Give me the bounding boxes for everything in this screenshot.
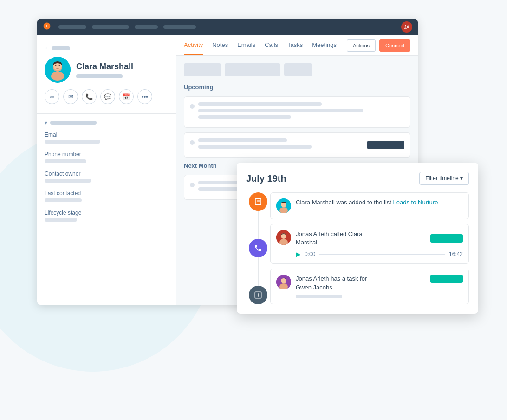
card-bar	[198, 109, 363, 112]
property-phone: Phone number	[45, 151, 169, 163]
card-dot	[190, 183, 195, 187]
contact-name-block: Clara Marshall	[76, 62, 133, 78]
card-bar	[198, 115, 291, 119]
lifecycle-label: Lifecycle stage	[45, 210, 169, 216]
property-last-contacted: Last contacted	[45, 190, 169, 202]
call-button[interactable]: 📞	[82, 89, 97, 104]
task-text: Jonas Arleth has a task forGwen Jacobs	[296, 275, 367, 291]
card-dot	[190, 140, 195, 145]
call-badge	[430, 234, 463, 243]
last-contacted-value[interactable]	[45, 198, 82, 202]
audio-player: ▶ 0:00 16:42	[296, 250, 463, 258]
tab-meetings[interactable]: Meetings	[312, 36, 337, 55]
tab-activity[interactable]: Activity	[184, 36, 203, 55]
entry-avatar-clara	[276, 198, 291, 213]
email-button[interactable]: ✉	[63, 89, 78, 104]
card-bar	[198, 102, 322, 106]
email-value[interactable]	[45, 140, 100, 144]
filter-bar-3[interactable]	[284, 63, 312, 76]
timeline-entry-task: Jonas Arleth has a task forGwen Jacobs	[270, 269, 469, 304]
filter-bar-1[interactable]	[184, 63, 221, 76]
nav-logo	[43, 22, 51, 32]
chat-button[interactable]: 💬	[100, 89, 115, 104]
property-owner: Contact owner	[45, 171, 169, 183]
timeline-entries: Clara Marshall was added to the list Lea…	[246, 192, 469, 304]
property-lifecycle: Lifecycle stage	[45, 210, 169, 222]
timeline-card: July 19th Filter timeline ▾	[237, 163, 478, 314]
last-contacted-label: Last contacted	[45, 190, 169, 197]
owner-label: Contact owner	[45, 171, 169, 177]
activity-card-2	[184, 132, 410, 158]
contact-subtitle	[76, 74, 123, 78]
connect-button[interactable]: Connect	[379, 39, 410, 52]
timeline-entry-call: Jonas Arleth called ClaraMarshall ▶ 0:00…	[270, 224, 469, 264]
nav-item[interactable]	[135, 25, 158, 29]
entry-text-list: Clara Marshall was added to the list Lea…	[296, 198, 438, 207]
entry-avatar-jonas	[276, 230, 291, 245]
phone-label: Phone number	[45, 151, 169, 158]
calendar-button[interactable]: 📅	[119, 89, 134, 104]
nav-items	[58, 25, 394, 29]
left-panel: ←	[37, 35, 176, 305]
entry-content-task: Jonas Arleth has a task forGwen Jacobs	[276, 275, 463, 298]
entry-content-call: Jonas Arleth called ClaraMarshall ▶ 0:00…	[276, 230, 463, 258]
audio-start-time: 0:00	[305, 251, 315, 257]
phone-value[interactable]	[45, 159, 86, 163]
contact-header: ←	[37, 35, 176, 114]
entry-avatar-gwen	[276, 275, 291, 289]
tab-calls[interactable]: Calls	[265, 36, 278, 55]
tab-emails[interactable]: Emails	[237, 36, 255, 55]
timeline-entry-list: Clara Marshall was added to the list Lea…	[270, 192, 469, 219]
avatar	[45, 57, 71, 83]
audio-end-time: 16:42	[449, 251, 463, 257]
email-label: Email	[45, 131, 169, 138]
leads-to-nurture-link[interactable]: Leads to Nurture	[393, 199, 438, 206]
card-bar	[198, 145, 312, 149]
nav-item[interactable]	[163, 25, 196, 29]
card-dot	[190, 104, 195, 109]
filter-bars	[184, 63, 410, 76]
owner-value[interactable]	[45, 179, 91, 183]
filter-timeline-button[interactable]: Filter timeline ▾	[419, 172, 469, 185]
contact-info: Clara Marshall	[45, 57, 169, 83]
top-nav: JA	[37, 19, 418, 35]
tab-tasks[interactable]: Tasks	[287, 36, 303, 55]
svg-point-6	[55, 65, 57, 66]
audio-progress-track[interactable]	[319, 254, 445, 255]
activity-tabs: Activity Notes Emails Calls Tasks Meetin…	[176, 35, 418, 56]
svg-point-7	[59, 65, 60, 66]
upcoming-label: Upcoming	[184, 84, 410, 91]
task-sub-bar	[296, 295, 342, 298]
actions-button[interactable]: Actions	[347, 39, 376, 52]
call-text: Jonas Arleth called ClaraMarshall	[296, 230, 363, 247]
nav-avatar[interactable]: JA	[401, 21, 412, 33]
activity-badge	[367, 141, 404, 149]
more-button[interactable]: •••	[137, 89, 152, 104]
svg-point-4	[51, 72, 64, 81]
chevron-down-icon: ▾	[45, 119, 47, 126]
property-email: Email	[45, 131, 169, 144]
nav-item[interactable]	[58, 25, 86, 29]
filter-bar-2[interactable]	[225, 63, 280, 76]
top-actions: Actions Connect	[347, 39, 410, 52]
back-button[interactable]: ←	[45, 45, 169, 51]
timeline-line	[258, 257, 259, 285]
card-bar	[198, 138, 287, 142]
section-toggle[interactable]: ▾	[45, 119, 169, 126]
play-icon[interactable]: ▶	[296, 250, 301, 258]
nav-item[interactable]	[92, 25, 129, 29]
timeline-line	[258, 211, 259, 239]
entry-content: Clara Marshall was added to the list Lea…	[276, 198, 463, 213]
timeline-date: July 19th	[246, 173, 286, 184]
contact-name: Clara Marshall	[76, 62, 133, 72]
properties-section: ▾ Email Phone number Contact owner	[37, 114, 176, 235]
edit-button[interactable]: ✏	[45, 89, 59, 104]
timeline-icon-list	[249, 192, 267, 211]
tab-notes[interactable]: Notes	[212, 36, 228, 55]
call-content: Jonas Arleth called ClaraMarshall ▶ 0:00…	[296, 230, 463, 258]
timeline-content-col: Clara Marshall was added to the list Lea…	[270, 192, 469, 304]
section-label-bar	[50, 121, 97, 125]
action-icons: ✏ ✉ 📞 💬 📅 •••	[45, 89, 169, 104]
task-content: Jonas Arleth has a task forGwen Jacobs	[296, 275, 463, 298]
lifecycle-value[interactable]	[45, 218, 77, 222]
